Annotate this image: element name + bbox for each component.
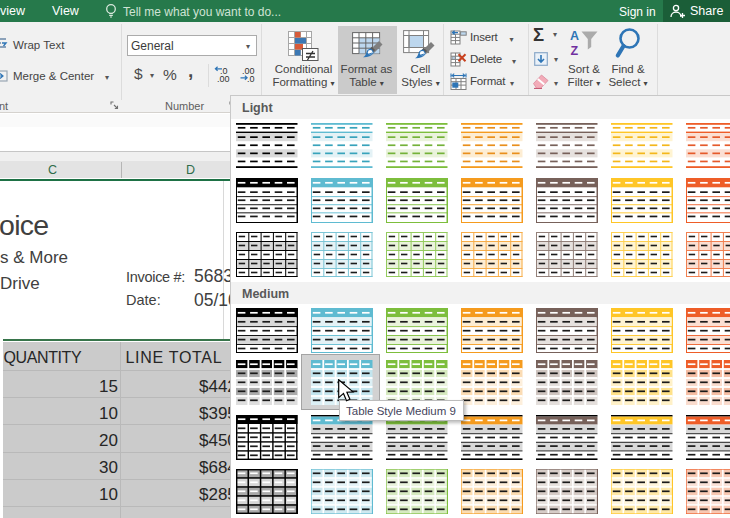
- svg-text:A: A: [570, 29, 579, 43]
- svg-text:.00: .00: [217, 74, 230, 83]
- svg-text:.0: .0: [247, 74, 255, 83]
- svg-text:Z: Z: [571, 44, 579, 58]
